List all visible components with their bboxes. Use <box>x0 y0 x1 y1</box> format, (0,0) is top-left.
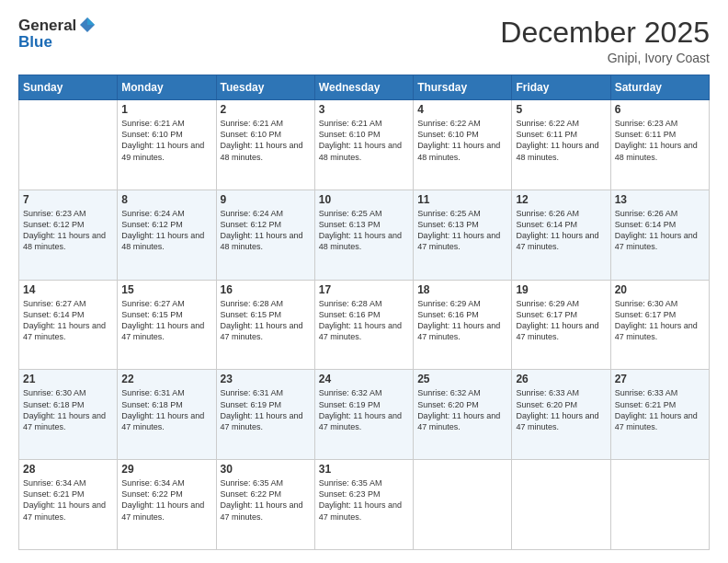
sunset-text: Sunset: 6:12 PM <box>121 220 183 229</box>
day-info: Sunrise: 6:29 AM Sunset: 6:16 PM Dayligh… <box>417 298 507 343</box>
day-number: 2 <box>221 103 311 116</box>
daylight-text: Daylight: 11 hours and 47 minutes. <box>417 231 500 251</box>
daylight-text: Daylight: 11 hours and 48 minutes. <box>319 231 402 251</box>
day-info: Sunrise: 6:26 AM Sunset: 6:14 PM Dayligh… <box>516 208 606 253</box>
day-info: Sunrise: 6:30 AM Sunset: 6:18 PM Dayligh… <box>23 387 113 432</box>
day-info: Sunrise: 6:35 AM Sunset: 6:23 PM Dayligh… <box>319 477 409 523</box>
col-monday: Monday <box>118 75 216 100</box>
table-row: 5 Sunrise: 6:22 AM Sunset: 6:11 PM Dayli… <box>512 100 610 190</box>
day-number: 7 <box>23 193 113 206</box>
daylight-text: Daylight: 11 hours and 47 minutes. <box>319 321 402 341</box>
table-row: 19 Sunrise: 6:29 AM Sunset: 6:17 PM Dayl… <box>512 280 610 370</box>
sunset-text: Sunset: 6:16 PM <box>319 310 381 319</box>
table-row: 23 Sunrise: 6:31 AM Sunset: 6:19 PM Dayl… <box>216 370 314 460</box>
table-row <box>414 460 512 550</box>
day-info: Sunrise: 6:32 AM Sunset: 6:20 PM Dayligh… <box>417 387 507 432</box>
sunrise-text: Sunrise: 6:23 AM <box>23 209 86 218</box>
day-info: Sunrise: 6:33 AM Sunset: 6:20 PM Dayligh… <box>516 387 606 432</box>
day-number: 31 <box>319 463 409 476</box>
sunrise-text: Sunrise: 6:34 AM <box>23 478 86 488</box>
day-number: 21 <box>23 373 113 385</box>
sunrise-text: Sunrise: 6:25 AM <box>319 209 382 218</box>
day-number: 17 <box>319 283 409 296</box>
day-info: Sunrise: 6:25 AM Sunset: 6:13 PM Dayligh… <box>319 208 409 253</box>
table-row: 9 Sunrise: 6:24 AM Sunset: 6:12 PM Dayli… <box>216 190 314 280</box>
sunrise-text: Sunrise: 6:35 AM <box>319 478 382 488</box>
daylight-text: Daylight: 11 hours and 47 minutes. <box>319 411 402 431</box>
daylight-text: Daylight: 11 hours and 48 minutes. <box>319 141 402 161</box>
sunset-text: Sunset: 6:20 PM <box>516 400 577 409</box>
daylight-text: Daylight: 11 hours and 47 minutes. <box>23 321 106 341</box>
day-info: Sunrise: 6:23 AM Sunset: 6:11 PM Dayligh… <box>615 118 705 163</box>
sunrise-text: Sunrise: 6:22 AM <box>516 119 579 128</box>
sunset-text: Sunset: 6:15 PM <box>221 310 282 319</box>
calendar-week-row: 14 Sunrise: 6:27 AM Sunset: 6:14 PM Dayl… <box>19 280 710 370</box>
day-number: 28 <box>23 463 113 476</box>
sunset-text: Sunset: 6:10 PM <box>221 130 282 139</box>
logo-icon <box>78 16 97 34</box>
day-number: 24 <box>319 373 409 385</box>
col-friday: Friday <box>512 75 610 100</box>
sunset-text: Sunset: 6:13 PM <box>417 220 479 229</box>
daylight-text: Daylight: 11 hours and 48 minutes. <box>615 141 698 161</box>
day-number: 30 <box>221 463 311 476</box>
day-number: 9 <box>221 193 311 206</box>
sunrise-text: Sunrise: 6:33 AM <box>615 388 678 397</box>
sunset-text: Sunset: 6:15 PM <box>121 310 183 319</box>
daylight-text: Daylight: 11 hours and 47 minutes. <box>615 321 698 341</box>
daylight-text: Daylight: 11 hours and 48 minutes. <box>121 231 204 251</box>
day-info: Sunrise: 6:27 AM Sunset: 6:14 PM Dayligh… <box>23 298 113 343</box>
daylight-text: Daylight: 11 hours and 47 minutes. <box>516 231 598 251</box>
sunset-text: Sunset: 6:10 PM <box>417 130 479 139</box>
logo-blue-text: Blue <box>18 33 52 52</box>
location: Gnipi, Ivory Coast <box>500 51 710 65</box>
day-info: Sunrise: 6:34 AM Sunset: 6:21 PM Dayligh… <box>23 477 113 523</box>
day-number: 26 <box>516 373 606 385</box>
table-row: 12 Sunrise: 6:26 AM Sunset: 6:14 PM Dayl… <box>512 190 610 280</box>
table-row: 22 Sunrise: 6:31 AM Sunset: 6:18 PM Dayl… <box>118 370 216 460</box>
day-number: 18 <box>417 283 507 296</box>
sunset-text: Sunset: 6:16 PM <box>417 310 479 319</box>
header: General Blue December 2025 Gnipi, Ivory … <box>18 17 710 65</box>
day-info: Sunrise: 6:32 AM Sunset: 6:19 PM Dayligh… <box>319 387 409 432</box>
sunrise-text: Sunrise: 6:24 AM <box>221 209 284 218</box>
calendar-week-row: 1 Sunrise: 6:21 AM Sunset: 6:10 PM Dayli… <box>19 100 710 190</box>
sunset-text: Sunset: 6:12 PM <box>23 220 85 229</box>
daylight-text: Daylight: 11 hours and 48 minutes. <box>23 231 106 251</box>
sunrise-text: Sunrise: 6:24 AM <box>121 209 185 218</box>
table-row: 28 Sunrise: 6:34 AM Sunset: 6:21 PM Dayl… <box>19 460 118 550</box>
day-number: 14 <box>23 283 113 296</box>
day-info: Sunrise: 6:33 AM Sunset: 6:21 PM Dayligh… <box>615 387 705 432</box>
col-sunday: Sunday <box>19 75 118 100</box>
sunrise-text: Sunrise: 6:27 AM <box>121 299 185 308</box>
day-info: Sunrise: 6:27 AM Sunset: 6:15 PM Dayligh… <box>121 298 211 343</box>
day-number: 13 <box>615 193 705 206</box>
day-info: Sunrise: 6:34 AM Sunset: 6:22 PM Dayligh… <box>121 477 211 523</box>
day-number: 4 <box>417 103 507 116</box>
day-number: 6 <box>615 103 705 116</box>
col-thursday: Thursday <box>414 75 512 100</box>
daylight-text: Daylight: 11 hours and 48 minutes. <box>221 141 303 161</box>
calendar-week-row: 21 Sunrise: 6:30 AM Sunset: 6:18 PM Dayl… <box>19 370 710 460</box>
table-row: 4 Sunrise: 6:22 AM Sunset: 6:10 PM Dayli… <box>414 100 512 190</box>
day-info: Sunrise: 6:28 AM Sunset: 6:15 PM Dayligh… <box>221 298 311 343</box>
month-title: December 2025 <box>500 17 710 49</box>
sunset-text: Sunset: 6:19 PM <box>221 400 282 409</box>
day-number: 20 <box>615 283 705 296</box>
daylight-text: Daylight: 11 hours and 47 minutes. <box>121 411 204 431</box>
day-info: Sunrise: 6:21 AM Sunset: 6:10 PM Dayligh… <box>319 118 409 163</box>
page: General Blue December 2025 Gnipi, Ivory … <box>0 0 728 563</box>
day-info: Sunrise: 6:31 AM Sunset: 6:19 PM Dayligh… <box>221 387 311 432</box>
table-row: 6 Sunrise: 6:23 AM Sunset: 6:11 PM Dayli… <box>610 100 709 190</box>
sunrise-text: Sunrise: 6:23 AM <box>615 119 678 128</box>
table-row: 3 Sunrise: 6:21 AM Sunset: 6:10 PM Dayli… <box>314 100 413 190</box>
daylight-text: Daylight: 11 hours and 47 minutes. <box>23 500 106 521</box>
day-info: Sunrise: 6:24 AM Sunset: 6:12 PM Dayligh… <box>221 208 311 253</box>
day-number: 5 <box>516 103 606 116</box>
day-number: 12 <box>516 193 606 206</box>
sunset-text: Sunset: 6:17 PM <box>615 310 677 319</box>
daylight-text: Daylight: 11 hours and 47 minutes. <box>319 500 402 521</box>
day-number: 27 <box>615 373 705 385</box>
day-info: Sunrise: 6:23 AM Sunset: 6:12 PM Dayligh… <box>23 208 113 253</box>
table-row: 27 Sunrise: 6:33 AM Sunset: 6:21 PM Dayl… <box>610 370 709 460</box>
